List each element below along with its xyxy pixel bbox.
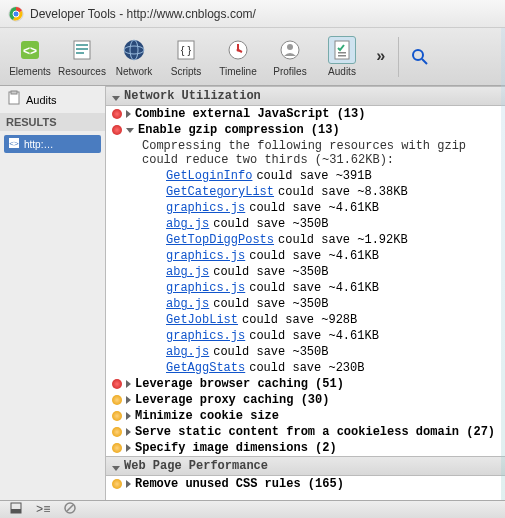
- svg-rect-6: [76, 44, 88, 46]
- audit-item-gzip[interactable]: Enable gzip compression (13): [106, 122, 505, 138]
- severity-red-icon: [112, 125, 122, 135]
- svg-rect-19: [338, 52, 346, 54]
- chevron-right-icon[interactable]: [126, 412, 131, 420]
- toolbar-separator: [398, 37, 399, 77]
- tab-elements[interactable]: <>Elements: [4, 36, 56, 77]
- resource-link[interactable]: GetAggStats: [166, 361, 245, 375]
- severity-orange-icon: [112, 395, 122, 405]
- gzip-description: Compressing the following resources with…: [106, 138, 505, 168]
- resource-link[interactable]: graphics.js: [166, 249, 245, 263]
- resource-line: abg.js could save ~350B: [106, 216, 505, 232]
- resource-save-text: could save ~350B: [213, 265, 328, 279]
- chevron-right-icon[interactable]: [126, 480, 131, 488]
- resource-link[interactable]: GetTopDiggPosts: [166, 233, 274, 247]
- severity-orange-icon: [112, 411, 122, 421]
- resource-link[interactable]: GetLoginInfo: [166, 169, 252, 183]
- severity-orange-icon: [112, 479, 122, 489]
- resource-save-text: could save ~350B: [213, 217, 328, 231]
- audit-item-cookie[interactable]: Minimize cookie size: [106, 408, 505, 424]
- svg-text:<>: <>: [23, 44, 37, 58]
- audit-item-browser-caching[interactable]: Leverage browser caching (51): [106, 376, 505, 392]
- resource-save-text: could save ~928B: [242, 313, 357, 327]
- sidebar-results-header: RESULTS: [0, 113, 105, 131]
- chevron-right-icon[interactable]: [126, 380, 131, 388]
- document-icon: <>: [8, 137, 20, 151]
- resource-link[interactable]: abg.js: [166, 297, 209, 311]
- resource-link[interactable]: GetCategoryList: [166, 185, 274, 199]
- resource-link[interactable]: abg.js: [166, 265, 209, 279]
- resource-line: GetCategoryList could save ~8.38KB: [106, 184, 505, 200]
- svg-text:<>: <>: [9, 139, 19, 148]
- audit-item-proxy-caching[interactable]: Leverage proxy caching (30): [106, 392, 505, 408]
- resource-line: GetLoginInfo could save ~391B: [106, 168, 505, 184]
- chevron-right-icon[interactable]: [126, 428, 131, 436]
- tab-network[interactable]: Network: [108, 36, 160, 77]
- resource-save-text: could save ~350B: [213, 345, 328, 359]
- window-title: Developer Tools - http://www.cnblogs.com…: [30, 7, 256, 21]
- chevron-right-icon[interactable]: [126, 444, 131, 452]
- severity-red-icon: [112, 109, 122, 119]
- resource-link[interactable]: abg.js: [166, 217, 209, 231]
- audit-panel: Network Utilization Combine external Jav…: [106, 86, 505, 500]
- resource-line: abg.js could save ~350B: [106, 264, 505, 280]
- clear-icon[interactable]: [64, 502, 76, 518]
- window-edge: [501, 28, 505, 500]
- resource-line: GetTopDiggPosts could save ~1.92KB: [106, 232, 505, 248]
- resource-line: GetJobList could save ~928B: [106, 312, 505, 328]
- resource-line: graphics.js could save ~4.61KB: [106, 328, 505, 344]
- resource-link[interactable]: graphics.js: [166, 201, 245, 215]
- audit-item-cookieless[interactable]: Serve static content from a cookieless d…: [106, 424, 505, 440]
- resource-save-text: could save ~391B: [256, 169, 371, 183]
- resource-save-text: could save ~4.61KB: [249, 201, 379, 215]
- svg-rect-23: [11, 91, 17, 94]
- resource-save-text: could save ~350B: [213, 297, 328, 311]
- severity-orange-icon: [112, 427, 122, 437]
- severity-orange-icon: [112, 443, 122, 453]
- chevron-down-icon[interactable]: [112, 96, 120, 101]
- tab-profiles[interactable]: Profiles: [264, 36, 316, 77]
- search-icon[interactable]: [411, 48, 429, 66]
- svg-text:{ }: { }: [181, 44, 192, 56]
- chevron-down-icon[interactable]: [126, 128, 134, 133]
- tab-resources[interactable]: Resources: [56, 36, 108, 77]
- resource-line: abg.js could save ~350B: [106, 296, 505, 312]
- svg-rect-8: [76, 52, 84, 54]
- overflow-button[interactable]: »: [376, 48, 386, 66]
- svg-rect-20: [338, 55, 346, 57]
- audit-item-img-dims[interactable]: Specify image dimensions (2): [106, 440, 505, 456]
- section-web-page-performance[interactable]: Web Page Performance: [106, 456, 505, 476]
- statusbar: >≡: [0, 500, 505, 518]
- svg-point-15: [237, 49, 240, 52]
- chevron-right-icon[interactable]: [126, 396, 131, 404]
- chevron-right-icon[interactable]: [126, 110, 131, 118]
- tab-audits[interactable]: Audits: [316, 36, 368, 77]
- svg-point-2: [13, 11, 19, 17]
- tab-scripts[interactable]: { }Scripts: [160, 36, 212, 77]
- chrome-icon: [8, 6, 24, 22]
- console-icon[interactable]: >≡: [36, 503, 50, 517]
- sidebar-item-audits[interactable]: Audits: [0, 86, 105, 113]
- resource-link[interactable]: GetJobList: [166, 313, 238, 327]
- resource-save-text: could save ~4.61KB: [249, 281, 379, 295]
- toolbar: <>Elements Resources Network { }Scripts …: [0, 28, 505, 86]
- resource-link[interactable]: abg.js: [166, 345, 209, 359]
- section-network-utilization[interactable]: Network Utilization: [106, 86, 505, 106]
- resource-line: abg.js could save ~350B: [106, 344, 505, 360]
- audit-item-unused-css[interactable]: Remove unused CSS rules (165): [106, 476, 505, 492]
- tab-timeline[interactable]: Timeline: [212, 36, 264, 77]
- window-titlebar: Developer Tools - http://www.cnblogs.com…: [0, 0, 505, 28]
- resource-save-text: could save ~8.38KB: [278, 185, 408, 199]
- resource-save-text: could save ~4.61KB: [249, 249, 379, 263]
- resource-link[interactable]: graphics.js: [166, 281, 245, 295]
- svg-point-9: [124, 40, 144, 60]
- chevron-down-icon[interactable]: [112, 466, 120, 471]
- svg-point-21: [413, 50, 423, 60]
- audit-item-combine-js[interactable]: Combine external JavaScript (13): [106, 106, 505, 122]
- dock-icon[interactable]: [10, 502, 22, 518]
- svg-rect-7: [76, 48, 88, 50]
- resource-save-text: could save ~1.92KB: [278, 233, 408, 247]
- resource-link[interactable]: graphics.js: [166, 329, 245, 343]
- svg-rect-27: [11, 509, 21, 513]
- sidebar-result-item[interactable]: <> http:…: [4, 135, 101, 153]
- resource-line: graphics.js could save ~4.61KB: [106, 200, 505, 216]
